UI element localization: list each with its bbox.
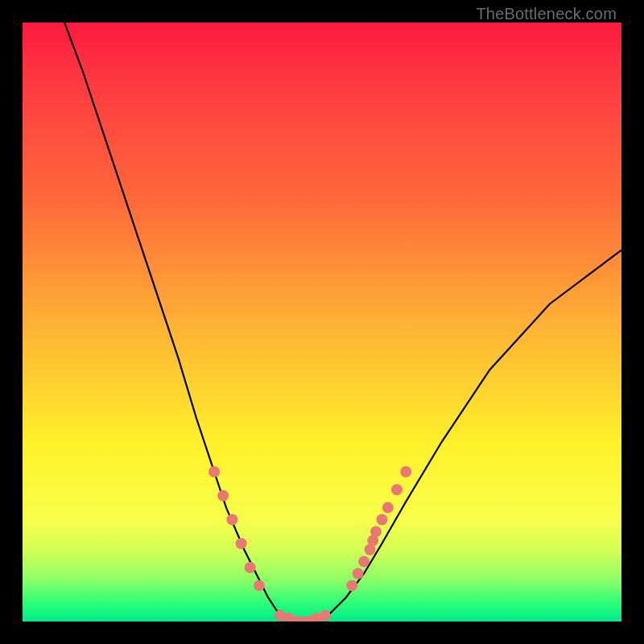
data-marker — [391, 484, 402, 495]
data-marker — [217, 490, 229, 502]
data-marker — [226, 514, 237, 526]
data-marker — [353, 568, 364, 580]
data-markers — [208, 466, 411, 621]
data-marker — [346, 580, 357, 591]
data-marker — [236, 538, 247, 549]
data-marker — [275, 610, 286, 621]
data-marker — [400, 466, 411, 477]
plot-area — [23, 23, 621, 621]
bottleneck-curve — [64, 23, 621, 621]
curve-svg — [23, 23, 621, 621]
data-marker — [358, 556, 369, 568]
data-marker — [311, 613, 322, 621]
watermark-text: TheBottleneck.com — [476, 5, 617, 23]
data-marker — [301, 616, 312, 621]
data-marker — [208, 466, 220, 477]
data-marker — [320, 610, 331, 621]
data-marker — [245, 562, 256, 573]
chart-frame: TheBottleneck.com — [0, 0, 644, 644]
data-marker — [254, 580, 265, 591]
data-marker — [370, 526, 382, 537]
data-marker — [376, 514, 387, 526]
data-marker — [367, 535, 378, 547]
data-marker — [365, 544, 376, 555]
data-marker — [292, 616, 303, 621]
data-marker — [283, 613, 295, 621]
data-marker — [382, 502, 394, 514]
